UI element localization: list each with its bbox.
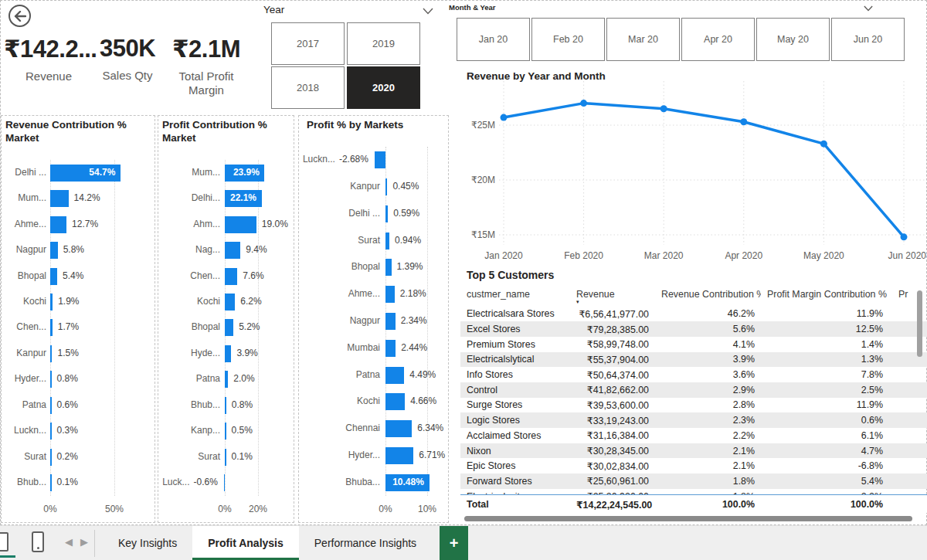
table-row[interactable]: Electricalscity₹25,20,920.001.8%2.2% xyxy=(460,489,927,495)
prev-page-arrow-icon[interactable]: ◀ xyxy=(65,536,73,548)
bar[interactable] xyxy=(50,216,66,233)
table-cell: Info Stores xyxy=(460,369,570,380)
add-page-button[interactable]: + xyxy=(440,526,468,560)
bar[interactable] xyxy=(225,319,233,336)
bar[interactable] xyxy=(50,371,52,388)
data-point-marker[interactable] xyxy=(820,141,827,148)
mobile-view-icon[interactable] xyxy=(32,531,44,552)
tab-profit-analysis[interactable]: Profit Analysis xyxy=(192,526,299,560)
month-option-mar-20[interactable]: Mar 20 xyxy=(606,18,680,61)
bar[interactable] xyxy=(50,242,58,259)
data-point-marker[interactable] xyxy=(580,100,587,107)
bar[interactable] xyxy=(385,393,405,410)
mobile-home-dot xyxy=(37,547,39,549)
data-point-marker[interactable] xyxy=(501,114,508,121)
bar-category-label: Bhopal xyxy=(158,321,220,332)
month-option-may-20[interactable]: May 20 xyxy=(756,18,830,61)
data-point-marker[interactable] xyxy=(660,105,667,112)
vertical-scrollbar[interactable] xyxy=(917,290,922,357)
table-row[interactable]: Premium Stores₹58,99,748.004.1%1.4% xyxy=(460,337,927,352)
bar[interactable] xyxy=(385,286,395,303)
data-point-marker[interactable] xyxy=(901,233,908,240)
bar[interactable] xyxy=(385,205,388,222)
column-header-c1[interactable]: Revenue▾ xyxy=(570,289,655,304)
y-axis-tick-label: ₹25M xyxy=(471,120,495,131)
bar-value-label: 0.6% xyxy=(57,399,78,410)
year-option-2017[interactable]: 2017 xyxy=(271,22,345,65)
bar[interactable] xyxy=(385,367,404,384)
table-row[interactable]: Epic Stores₹30,02,834.002.1%-6.8% xyxy=(460,458,927,473)
chevron-down-icon[interactable] xyxy=(423,4,433,18)
bar[interactable] xyxy=(225,371,228,388)
bar-value-label: 0.3% xyxy=(57,425,78,436)
bar[interactable] xyxy=(225,294,235,311)
bar[interactable] xyxy=(50,423,52,440)
month-option-jan-20[interactable]: Jan 20 xyxy=(457,18,530,61)
bar-row: 6.71%Hyder... xyxy=(299,442,448,469)
table-cell: ₹50,64,374.00 xyxy=(570,369,655,381)
bar-category-label: Hyder... xyxy=(2,373,46,384)
year-option-2019[interactable]: 2019 xyxy=(347,22,420,65)
data-point-marker[interactable] xyxy=(740,118,747,125)
table-cell: Forward Stores xyxy=(460,476,570,487)
table-row[interactable]: Info Stores₹50,64,374.003.6%7.8% xyxy=(460,367,927,382)
back-button[interactable] xyxy=(8,5,31,27)
bar[interactable] xyxy=(50,474,52,491)
column-header-c0[interactable]: custmer_name xyxy=(460,289,570,300)
table-row[interactable]: Excel Stores₹79,28,385.005.6%12.5% xyxy=(460,321,927,337)
table-cell: 5.4% xyxy=(761,476,889,487)
table-row[interactable]: Control₹41,82,662.002.9%2.5% xyxy=(460,382,927,398)
bar[interactable] xyxy=(375,151,385,168)
bar[interactable] xyxy=(50,268,57,285)
tab-performance-insights[interactable]: Performance Insights xyxy=(299,526,432,560)
table-cell: ₹41,82,662.00 xyxy=(570,384,655,395)
bar[interactable] xyxy=(50,345,52,362)
desktop-view-icon[interactable] xyxy=(0,532,8,552)
bar[interactable] xyxy=(50,190,69,207)
column-header-c2[interactable]: Revenue Contribution % xyxy=(655,289,761,300)
chevron-down-icon[interactable] xyxy=(864,1,873,15)
bar[interactable] xyxy=(385,420,412,437)
tab-key-insights[interactable]: Key Insights xyxy=(103,526,192,560)
table-row[interactable]: Forward Stores₹25,60,961.001.8%5.4% xyxy=(460,473,927,489)
table-row[interactable]: Electricalsara Stores₹6,56,41,977.0046.2… xyxy=(460,307,927,322)
table-row[interactable]: Nixon₹30,28,345.002.1%4.7% xyxy=(460,443,927,459)
bar[interactable] xyxy=(50,294,53,311)
bar[interactable] xyxy=(225,423,226,440)
bar[interactable] xyxy=(225,242,240,259)
line-chart-plot[interactable]: ₹25M₹20M₹15MJan 2020Feb 2020Mar 2020Apr … xyxy=(457,67,927,266)
bar-value-label: 2.44% xyxy=(401,342,427,353)
bar[interactable] xyxy=(385,340,396,357)
bar[interactable] xyxy=(385,313,396,330)
bar[interactable] xyxy=(385,178,387,195)
column-header-c3[interactable]: Profit Margin Contribution % xyxy=(761,289,889,300)
bar-value-label: 0.8% xyxy=(232,399,253,410)
revenue-line-series[interactable] xyxy=(504,104,904,237)
next-page-arrow-icon[interactable]: ▶ xyxy=(80,536,88,548)
bar-value-label: 12.7% xyxy=(72,219,98,229)
bar-chart-profit-pct-by-markets: Profit % by Markets 0%10%-2.68%Luckn...0… xyxy=(298,115,449,523)
bar[interactable] xyxy=(385,232,389,249)
x-axis-tick-label: 0% xyxy=(379,504,392,514)
bar[interactable] xyxy=(225,216,256,233)
month-option-apr-20[interactable]: Apr 20 xyxy=(681,18,755,61)
bar[interactable] xyxy=(50,449,52,466)
year-option-2018[interactable]: 2018 xyxy=(271,66,345,109)
month-option-feb-20[interactable]: Feb 20 xyxy=(531,18,605,61)
bar[interactable] xyxy=(50,319,53,336)
table-row[interactable]: Logic Stores₹33,19,243.002.3%0.6% xyxy=(460,412,927,428)
month-option-jun-20[interactable]: Jun 20 xyxy=(831,18,905,61)
bar[interactable] xyxy=(225,345,231,362)
table-row[interactable]: Surge Stores₹39,53,600.002.8%11.9% xyxy=(460,398,927,413)
table-row[interactable]: Acclaimed Stores₹31,16,384.002.2%6.1% xyxy=(460,428,927,443)
table-row[interactable]: Electricalslytical₹55,37,904.003.9%1.3% xyxy=(460,352,927,368)
bar[interactable] xyxy=(385,259,392,276)
bar[interactable] xyxy=(225,397,226,414)
bar[interactable] xyxy=(50,397,52,414)
bar[interactable] xyxy=(225,449,226,466)
bar[interactable] xyxy=(385,447,413,464)
horizontal-scrollbar[interactable] xyxy=(464,516,912,521)
year-option-2020[interactable]: 2020 xyxy=(347,66,420,109)
bar[interactable] xyxy=(224,474,226,491)
bar[interactable] xyxy=(225,268,237,285)
